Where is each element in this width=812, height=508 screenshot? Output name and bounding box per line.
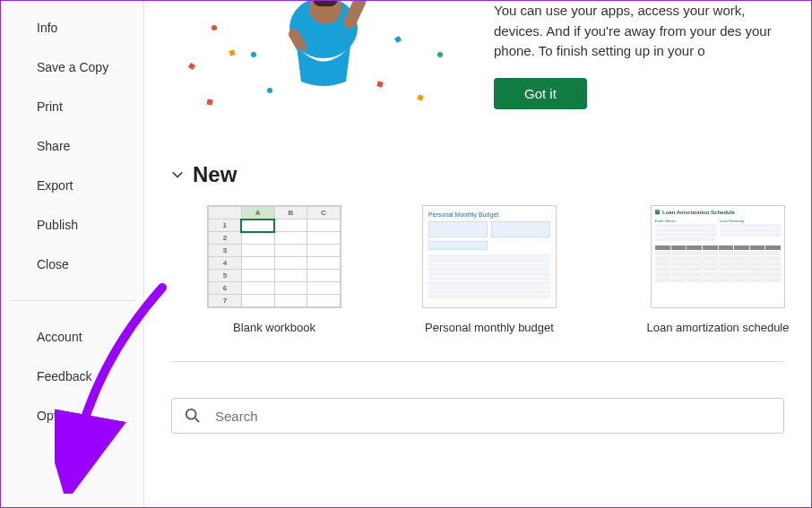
new-section-header[interactable]: New: [171, 162, 811, 187]
template-label: Loan amortization schedule: [637, 321, 799, 334]
welcome-illustration: [171, 1, 467, 126]
search-box[interactable]: [171, 398, 784, 434]
sidebar-item-options[interactable]: Options: [1, 396, 143, 435]
sidebar-item-share[interactable]: Share: [1, 126, 143, 166]
template-label: Blank workbook: [233, 321, 315, 334]
sidebar-item-print[interactable]: Print: [1, 87, 143, 126]
chevron-down-icon: [171, 168, 184, 181]
templates-row: ABC 1 2 3 4 5 6 7 Blank workbook Persona…: [171, 205, 811, 352]
sidebar-divider: [10, 300, 134, 301]
svg-point-8: [437, 52, 443, 57]
svg-point-1: [212, 25, 217, 30]
svg-rect-2: [229, 49, 236, 56]
template-loan-amortization[interactable]: 🏛Loan Amortization Schedule Enter Values…: [637, 205, 799, 334]
svg-point-3: [251, 52, 256, 57]
sidebar-item-info[interactable]: Info: [1, 8, 143, 47]
sidebar: Info Save a Copy Print Share Export Publ…: [1, 1, 144, 507]
template-personal-monthly-budget[interactable]: Personal Monthly Budget: [422, 205, 557, 334]
svg-rect-9: [376, 81, 383, 87]
template-preview-loan: 🏛Loan Amortization Schedule Enter Values…: [651, 205, 785, 308]
got-it-button[interactable]: Got it: [494, 78, 587, 109]
template-label: Personal monthly budget: [425, 321, 554, 334]
svg-line-15: [195, 418, 200, 423]
sidebar-item-export[interactable]: Export: [1, 166, 143, 205]
banner-text: You can use your apps, access your work,…: [494, 1, 790, 62]
svg-point-14: [186, 409, 196, 419]
welcome-banner: You can use your apps, access your work,…: [171, 1, 811, 144]
search-icon: [185, 408, 201, 424]
new-section-title: New: [193, 162, 237, 187]
sidebar-item-publish[interactable]: Publish: [1, 205, 143, 245]
main-content: You can use your apps, access your work,…: [144, 1, 811, 507]
svg-rect-0: [188, 63, 195, 70]
sidebar-item-save-a-copy[interactable]: Save a Copy: [1, 47, 143, 87]
search-input[interactable]: [215, 409, 771, 424]
template-preview-budget: Personal Monthly Budget: [422, 205, 557, 308]
section-divider: [171, 361, 784, 362]
template-preview-blank: ABC 1 2 3 4 5 6 7: [207, 205, 341, 308]
template-blank-workbook[interactable]: ABC 1 2 3 4 5 6 7 Blank workbook: [207, 205, 341, 334]
sidebar-item-feedback[interactable]: Feedback: [1, 357, 143, 396]
sidebar-item-close[interactable]: Close: [1, 245, 143, 284]
svg-point-5: [267, 88, 272, 93]
svg-rect-7: [417, 94, 424, 101]
svg-rect-6: [394, 36, 402, 43]
svg-rect-4: [207, 99, 213, 106]
sidebar-item-account[interactable]: Account: [1, 317, 143, 357]
